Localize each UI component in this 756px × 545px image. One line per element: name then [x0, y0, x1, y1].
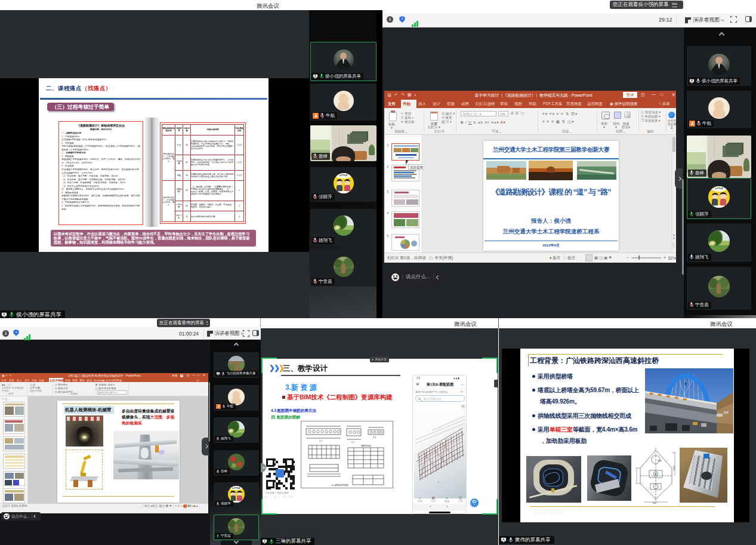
svg-text:钢筋明细表: 钢筋明细表 — [360, 444, 372, 447]
svg-text:1-1: 1-1 — [319, 440, 322, 442]
svg-text:660: 660 — [658, 459, 662, 462]
svg-text:2500: 2500 — [672, 466, 675, 470]
svg-text:600: 600 — [653, 502, 656, 504]
svg-text:›: › — [438, 480, 439, 484]
svg-text:3-3: 3-3 — [373, 436, 376, 439]
svg-text:2-2: 2-2 — [351, 441, 354, 444]
svg-text:xxx 梁配筋图平面图: xxx 梁配筋图平面图 — [331, 484, 348, 487]
